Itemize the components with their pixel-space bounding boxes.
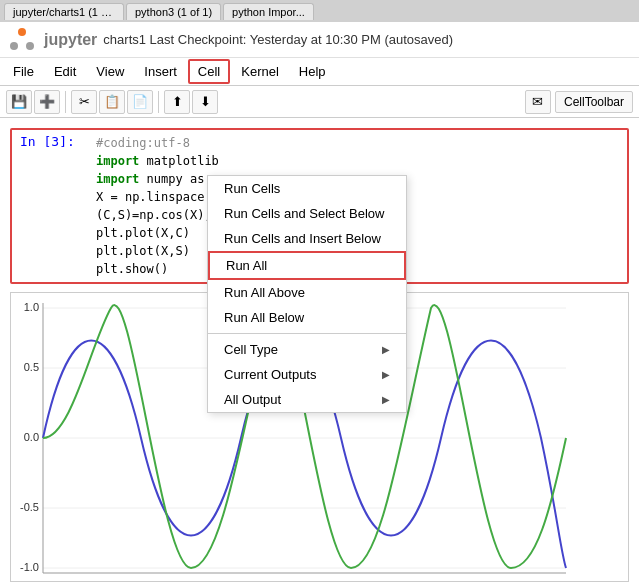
y-label-5: -1.0 xyxy=(20,561,39,573)
cut-button[interactable]: ✂ xyxy=(71,90,97,114)
menu-cell[interactable]: Cell xyxy=(188,59,230,84)
envelope-button[interactable]: ✉ xyxy=(525,90,551,114)
toolbar-separator-2 xyxy=(158,91,159,113)
svg-point-2 xyxy=(26,42,34,50)
menu-run-all[interactable]: Run All xyxy=(208,251,406,280)
main-area: In [3]: #coding:utf-8 import matplotlib … xyxy=(0,118,639,588)
brand-name: jupyter xyxy=(44,31,97,49)
cell-type-arrow: ▶ xyxy=(382,344,390,355)
add-cell-button[interactable]: ➕ xyxy=(34,90,60,114)
paste-button[interactable]: 📄 xyxy=(127,90,153,114)
menu-view[interactable]: View xyxy=(87,60,133,83)
y-label-2: 0.5 xyxy=(24,361,39,373)
code-line-2: import matplotlib xyxy=(96,152,623,170)
menu-run-cells-select-below[interactable]: Run Cells and Select Below xyxy=(208,201,406,226)
y-label-1: 1.0 xyxy=(24,301,39,313)
cell-dropdown-menu: Run Cells Run Cells and Select Below Run… xyxy=(207,175,407,413)
dropdown-separator xyxy=(208,333,406,334)
tab-2[interactable]: python3 (1 of 1) xyxy=(126,3,221,20)
menu-cell-type[interactable]: Cell Type ▶ xyxy=(208,337,406,362)
tab-bar: jupyter/charts1 (1 of 1) python3 (1 of 1… xyxy=(0,0,639,22)
copy-button[interactable]: 📋 xyxy=(99,90,125,114)
cell-prompt: In [3]: xyxy=(12,130,92,282)
y-label-4: -0.5 xyxy=(20,501,39,513)
jupyter-logo xyxy=(8,26,36,54)
toolbar-separator-1 xyxy=(65,91,66,113)
tab-3[interactable]: python Impor... xyxy=(223,3,314,20)
menu-edit[interactable]: Edit xyxy=(45,60,85,83)
menu-all-output[interactable]: All Output ▶ xyxy=(208,387,406,412)
save-button[interactable]: 💾 xyxy=(6,90,32,114)
celltoolbar-button[interactable]: CellToolbar xyxy=(555,91,633,113)
menu-run-all-below[interactable]: Run All Below xyxy=(208,305,406,330)
all-output-arrow: ▶ xyxy=(382,394,390,405)
code-line-1: #coding:utf-8 xyxy=(96,134,623,152)
menu-help[interactable]: Help xyxy=(290,60,335,83)
toolbar-right: ✉ CellToolbar xyxy=(525,90,633,114)
jupyter-header: jupyter charts1 Last Checkpoint: Yesterd… xyxy=(0,22,639,58)
svg-point-0 xyxy=(18,28,26,36)
menu-run-cells-insert-below[interactable]: Run Cells and Insert Below xyxy=(208,226,406,251)
svg-point-1 xyxy=(10,42,18,50)
toolbar: 💾 ➕ ✂ 📋 📄 ⬆ ⬇ ✉ CellToolbar xyxy=(0,86,639,118)
move-down-button[interactable]: ⬇ xyxy=(192,90,218,114)
move-up-button[interactable]: ⬆ xyxy=(164,90,190,114)
menu-run-all-above[interactable]: Run All Above xyxy=(208,280,406,305)
menu-file[interactable]: File xyxy=(4,60,43,83)
menu-bar: File Edit View Insert Cell Kernel Help xyxy=(0,58,639,86)
menu-run-cells[interactable]: Run Cells xyxy=(208,176,406,201)
jupyter-logo-icon xyxy=(8,26,36,54)
y-label-3: 0.0 xyxy=(24,431,39,443)
menu-current-outputs[interactable]: Current Outputs ▶ xyxy=(208,362,406,387)
menu-kernel[interactable]: Kernel xyxy=(232,60,288,83)
current-outputs-arrow: ▶ xyxy=(382,369,390,380)
menu-insert[interactable]: Insert xyxy=(135,60,186,83)
tab-1[interactable]: jupyter/charts1 (1 of 1) xyxy=(4,3,124,20)
notebook-title: charts1 Last Checkpoint: Yesterday at 10… xyxy=(103,32,453,47)
